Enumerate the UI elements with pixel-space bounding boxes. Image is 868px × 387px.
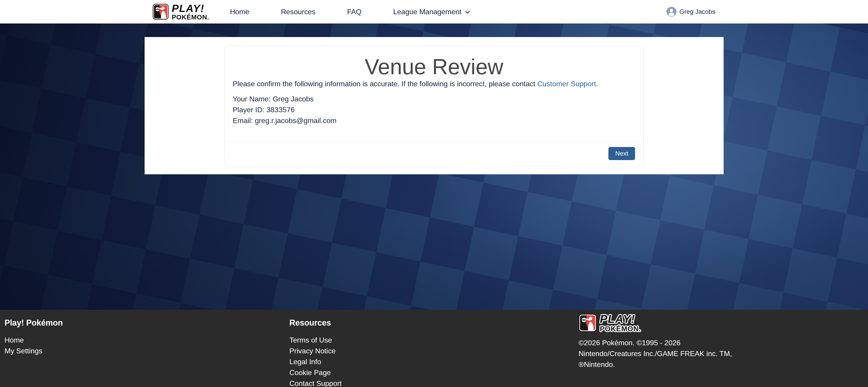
page-background: Venue Review Please confirm the followin… xyxy=(0,24,868,310)
copyright-line: ©2026 Pokémon. ©1995 - 2026 xyxy=(579,337,744,348)
field-email: Email:greg.r.jacobs@gmail.com xyxy=(233,115,635,126)
field-label: Your Name: xyxy=(233,95,271,103)
footer-link-home[interactable]: Home xyxy=(4,334,289,346)
card-footer: Next xyxy=(224,141,644,167)
field-player-id: Player ID:3833576 xyxy=(233,104,635,115)
footer-column-play-pokemon: Play! Pokémon Home My Settings xyxy=(4,318,289,387)
footer-link-contact-support[interactable]: Contact Support xyxy=(289,378,579,387)
copyright-line: ®Nintendo. xyxy=(579,359,744,370)
user-name: Greg Jacobs xyxy=(679,8,715,15)
intro-prefix: Please confirm the following information… xyxy=(233,80,537,88)
nav-faq[interactable]: FAQ xyxy=(347,8,362,16)
user-avatar-icon xyxy=(666,7,676,17)
footer-logo[interactable]: PLAY! POKÉMON. xyxy=(579,313,744,332)
chevron-down-icon xyxy=(464,9,471,15)
field-value: greg.r.jacobs@gmail.com xyxy=(255,117,337,125)
header: PLAY! POKÉMON. Home Resources FAQ League… xyxy=(0,0,868,24)
footer-link-privacy-notice[interactable]: Privacy Notice xyxy=(289,346,579,356)
footer-links-play-pokemon: Home My Settings xyxy=(4,334,289,356)
field-label: Player ID: xyxy=(233,106,264,114)
player-info: Your Name:Greg Jacobs Player ID:3833576 … xyxy=(233,94,635,126)
footer-link-cookie-page[interactable]: Cookie Page xyxy=(289,367,579,378)
nav-league-management-label: League Management xyxy=(393,8,461,16)
logo-play-text: PLAY! xyxy=(172,3,209,13)
footer-heading-resources: Resources xyxy=(289,318,579,328)
play-pokemon-logo-icon xyxy=(153,4,168,20)
footer: Play! Pokémon Home My Settings Resources… xyxy=(0,310,868,387)
field-value: Greg Jacobs xyxy=(273,95,314,103)
play-pokemon-logo-icon xyxy=(579,314,597,332)
footer-link-my-settings[interactable]: My Settings xyxy=(4,346,289,356)
logo-pokemon-text: POKÉMON. xyxy=(172,14,209,21)
intro-suffix: . xyxy=(596,80,598,88)
venue-review-card: Venue Review Please confirm the followin… xyxy=(224,46,644,167)
logo-wordmark: PLAY! POKÉMON. xyxy=(172,3,209,21)
nav-league-management[interactable]: League Management xyxy=(393,8,471,16)
footer-heading-play-pokemon: Play! Pokémon xyxy=(4,318,289,328)
field-your-name: Your Name:Greg Jacobs xyxy=(233,94,635,104)
content-panel: Venue Review Please confirm the followin… xyxy=(145,37,724,174)
logo-play-text: PLAY! xyxy=(600,313,641,325)
field-value: 3833576 xyxy=(267,106,294,114)
main-nav: Home Resources FAQ League Management xyxy=(230,8,471,16)
customer-support-link[interactable]: Customer Support xyxy=(537,80,596,88)
footer-links-resources: Terms of Use Privacy Notice Legal Info C… xyxy=(289,334,579,387)
copyright-text: ©2026 Pokémon. ©1995 - 2026 Nintendo/Cre… xyxy=(579,337,744,370)
footer-link-legal-info[interactable]: Legal Info xyxy=(289,356,579,367)
page-title: Venue Review xyxy=(224,56,644,78)
field-label: Email: xyxy=(233,117,253,125)
footer-column-resources: Resources Terms of Use Privacy Notice Le… xyxy=(289,318,579,387)
confirmation-text: Please confirm the following information… xyxy=(233,79,635,88)
footer-link-terms-of-use[interactable]: Terms of Use xyxy=(289,334,579,346)
next-button[interactable]: Next xyxy=(609,147,635,160)
header-logo[interactable]: PLAY! POKÉMON. xyxy=(153,3,209,21)
logo-pokemon-text: POKÉMON. xyxy=(600,325,641,332)
nav-resources[interactable]: Resources xyxy=(281,8,315,16)
copyright-line: Nintendo/Creatures Inc./GAME FREAK inc. … xyxy=(579,348,744,359)
footer-column-legal: PLAY! POKÉMON. ©2026 Pokémon. ©1995 - 20… xyxy=(579,313,744,383)
user-menu[interactable]: Greg Jacobs xyxy=(666,7,715,17)
logo-wordmark: PLAY! POKÉMON. xyxy=(600,313,641,332)
header-container: PLAY! POKÉMON. Home Resources FAQ League… xyxy=(153,0,715,24)
nav-home[interactable]: Home xyxy=(230,8,249,16)
